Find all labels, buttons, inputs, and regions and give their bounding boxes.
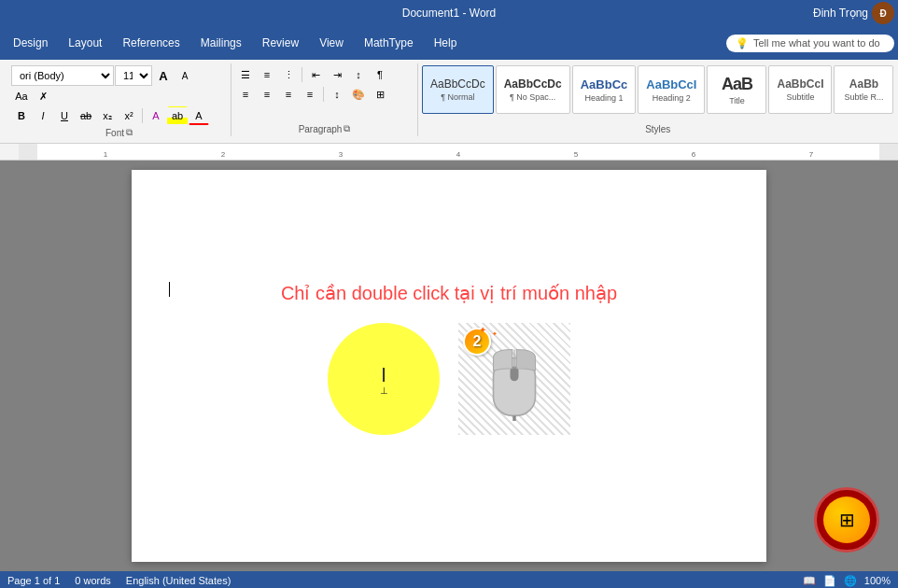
yellow-circle: I ⊥ — [328, 323, 440, 435]
font-row2: B I U ab x₂ x² A ab A — [11, 106, 227, 125]
text-highlight-button[interactable]: ab — [167, 106, 188, 125]
language-info: English (United States) — [126, 575, 232, 586]
view-web-layout[interactable]: 🌐 — [844, 575, 857, 587]
document-content: Chỉ cần double click tại vị trí muốn nhậ… — [169, 282, 729, 571]
page-info: Page 1 of 1 — [7, 575, 60, 586]
style-title-preview: AaB — [722, 75, 752, 94]
clear-format-button[interactable]: ✗ — [33, 87, 53, 105]
decrease-indent-button[interactable]: ⇤ — [305, 65, 326, 84]
menu-bar: Design Layout References Mailings Review… — [0, 26, 898, 60]
sep3 — [323, 87, 324, 102]
font-group-label: Font ⧉ — [11, 125, 227, 140]
sep2 — [302, 67, 302, 82]
paragraph-group-label: Paragraph ⧉ — [235, 121, 414, 136]
tell-me-input[interactable]: 💡 Tell me what you want to do — [726, 35, 894, 52]
bullets-button[interactable]: ☰ — [235, 65, 256, 84]
text-effects-button[interactable]: A — [146, 106, 166, 125]
justify-button[interactable]: ≡ — [300, 85, 320, 104]
shading-button[interactable]: 🎨 — [348, 85, 369, 104]
lightbulb-icon: 💡 — [736, 37, 749, 49]
sparkle2: ✦ — [492, 330, 498, 338]
ribbon: ori (Body) 11 A A Aa ✗ B I U ab — [0, 60, 898, 144]
styles-row: AaBbCcDc ¶ Normal AaBbCcDc ¶ No Spac... … — [422, 65, 893, 122]
bold-button[interactable]: B — [11, 106, 32, 125]
style-normal[interactable]: AaBbCcDc ¶ Normal — [422, 65, 494, 114]
change-case-button[interactable]: Aa — [11, 87, 32, 105]
para-row1: ☰ ≡ ⋮ ⇤ ⇥ ↕ ¶ — [235, 65, 414, 84]
font-row1: ori (Body) 11 A A — [11, 65, 227, 86]
view-read-mode[interactable]: 📖 — [803, 575, 816, 587]
menu-mailings[interactable]: Mailings — [191, 33, 251, 53]
avatar[interactable]: Đ — [872, 2, 894, 24]
mouse-svg — [482, 337, 547, 421]
borders-button[interactable]: ⊞ — [370, 85, 390, 104]
status-right: 📖 📄 🌐 100% — [803, 575, 891, 587]
style-normal-label: ¶ Normal — [441, 92, 474, 102]
ribbon-main: ori (Body) 11 A A Aa ✗ B I U ab — [4, 62, 894, 138]
shrink-font-button[interactable]: A — [175, 66, 195, 85]
styles-group-content: AaBbCcDc ¶ Normal AaBbCcDc ¶ No Spac... … — [422, 65, 893, 122]
menu-layout[interactable]: Layout — [59, 33, 111, 53]
font-group-content: ori (Body) 11 A A Aa ✗ B I U ab — [11, 65, 227, 125]
mouse-icon-area: 2 ✦ ✦ ✦ — [458, 323, 570, 435]
style-title[interactable]: AaB Title — [707, 65, 766, 114]
sort-button[interactable]: ↕ — [348, 65, 369, 84]
superscript-button[interactable]: x² — [119, 106, 139, 125]
badge-icon: ⊞ — [839, 509, 855, 531]
font-color-button[interactable]: A — [189, 106, 209, 125]
styles-group-label: Styles — [422, 122, 893, 136]
multilevel-button[interactable]: ⋮ — [278, 65, 299, 84]
style-no-spacing-preview: AaBbCcDc — [504, 77, 562, 91]
paragraph-group-content: ☰ ≡ ⋮ ⇤ ⇥ ↕ ¶ ≡ ≡ ≡ ≡ ↕ 🎨 ⊞ — [235, 65, 414, 121]
style-normal-preview: AaBbCcDc — [430, 77, 485, 91]
document-area[interactable]: Chỉ cần double click tại vị trí muốn nhậ… — [0, 161, 898, 571]
paragraph-group: ☰ ≡ ⋮ ⇤ ⇥ ↕ ¶ ≡ ≡ ≡ ≡ ↕ 🎨 ⊞ — [232, 63, 418, 136]
font-row1b: Aa ✗ — [11, 87, 227, 105]
text-cursor — [169, 282, 170, 297]
style-no-spacing[interactable]: AaBbCcDc ¶ No Spac... — [496, 65, 570, 114]
menu-help[interactable]: Help — [425, 33, 467, 53]
menu-references[interactable]: References — [113, 33, 189, 53]
main-doc-text: Chỉ cần double click tại vị trí muốn nhậ… — [169, 282, 729, 304]
user-name[interactable]: Đinh Trọng — [813, 7, 868, 20]
font-dialog-launcher[interactable]: ⧉ — [126, 127, 133, 138]
subscript-button[interactable]: x₂ — [97, 106, 118, 125]
style-title-label: Title — [729, 96, 745, 105]
align-center-button[interactable]: ≡ — [257, 85, 277, 104]
menu-design[interactable]: Design — [4, 33, 57, 53]
document-page[interactable]: Chỉ cần double click tại vị trí muốn nhậ… — [132, 170, 766, 562]
sep1 — [142, 108, 143, 123]
title-bar: Document1 - Word Đinh Trọng Đ — [0, 0, 898, 26]
font-name-select[interactable]: ori (Body) — [11, 65, 114, 86]
italic-button[interactable]: I — [33, 106, 53, 125]
style-subtitle[interactable]: AaBbCcI Subtitle — [768, 65, 832, 114]
numbering-button[interactable]: ≡ — [257, 65, 277, 84]
title-bar-right: Đinh Trọng Đ — [813, 0, 898, 26]
style-heading2[interactable]: AaBbCcI Heading 2 — [638, 65, 705, 114]
styles-group: AaBbCcDc ¶ Normal AaBbCcDc ¶ No Spac... … — [418, 63, 897, 136]
paragraph-dialog-launcher[interactable]: ⧉ — [344, 123, 350, 134]
style-subtle-ref-label: Subtle R... — [844, 92, 883, 102]
word-count: 0 words — [75, 575, 111, 586]
underline-button[interactable]: U — [54, 106, 75, 125]
menu-mathtype[interactable]: MathType — [355, 33, 423, 53]
style-heading1[interactable]: AaBbCc Heading 1 — [572, 65, 637, 114]
align-right-button[interactable]: ≡ — [278, 85, 299, 104]
font-size-select[interactable]: 11 — [115, 65, 152, 86]
font-group: ori (Body) 11 A A Aa ✗ B I U ab — [7, 63, 232, 136]
increase-indent-button[interactable]: ⇥ — [327, 65, 347, 84]
menu-review[interactable]: Review — [253, 33, 308, 53]
menu-view[interactable]: View — [310, 33, 353, 53]
zoom-level[interactable]: 100% — [864, 575, 891, 586]
show-formatting-button[interactable]: ¶ — [370, 65, 390, 84]
style-no-spacing-label: ¶ No Spac... — [510, 92, 555, 102]
align-left-button[interactable]: ≡ — [235, 85, 256, 104]
style-subtle-ref[interactable]: AaBb Subtle R... — [834, 65, 893, 114]
strikethrough-button[interactable]: ab — [76, 106, 96, 125]
view-print-layout[interactable]: 📄 — [823, 575, 836, 587]
grow-font-button[interactable]: A — [153, 66, 174, 85]
line-spacing-button[interactable]: ↕ — [327, 85, 347, 104]
document-title: Document1 - Word — [402, 7, 496, 20]
cursor-line — [169, 282, 170, 297]
bottom-badge: ⊞ — [814, 487, 879, 553]
